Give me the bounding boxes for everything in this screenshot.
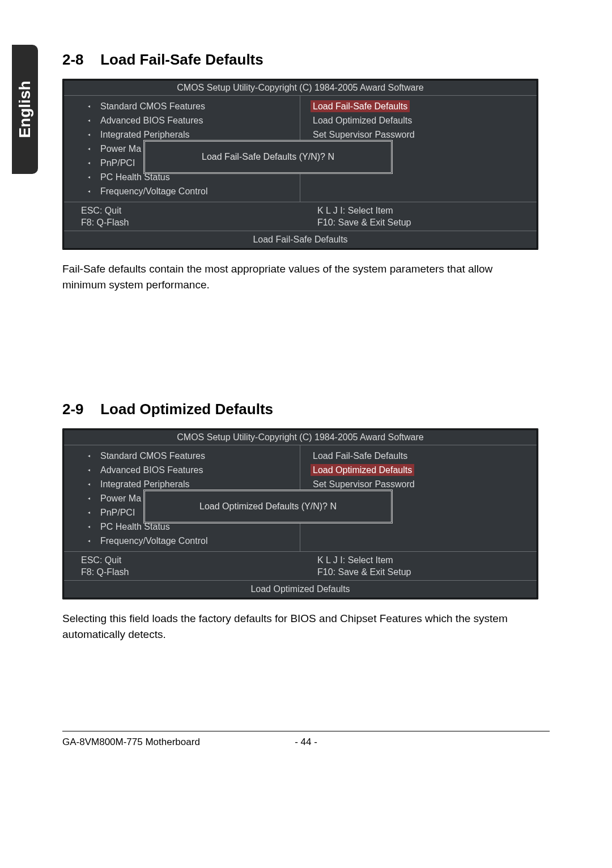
- bios-screenshot-29: CMOS Setup Utility-Copyright (C) 1984-20…: [62, 428, 538, 599]
- menu-marker-icon: ◂: [88, 185, 90, 197]
- menu-item[interactable]: Load Optimized Defaults: [300, 113, 537, 127]
- menu-item[interactable]: ◂Standard CMOS Features: [64, 449, 300, 463]
- menu-item[interactable]: ◂Advanced BIOS Features: [64, 463, 300, 477]
- key-hint-select: K L J I: Select Item: [317, 205, 537, 216]
- menu-marker-icon: ◂: [88, 171, 90, 183]
- section-number: 2-9: [62, 401, 96, 418]
- confirm-dialog-text: Load Optimized Defaults (Y/N)? N: [199, 501, 337, 512]
- footer-page-number: - 44 -: [289, 737, 323, 748]
- language-tab-label: English: [16, 80, 34, 138]
- key-hint-select: K L J I: Select Item: [317, 554, 537, 566]
- menu-marker-icon: ◂: [88, 521, 90, 533]
- menu-marker-icon: ◂: [88, 129, 90, 141]
- confirm-dialog[interactable]: Load Fail-Safe Defaults (Y/N)? N: [143, 140, 393, 174]
- bios-key-hints: ESC: Quit F8: Q-Flash K L J I: Select It…: [64, 202, 537, 231]
- menu-marker-icon: ◂: [88, 507, 90, 518]
- menu-item[interactable]: ◂Standard CMOS Features: [64, 99, 300, 113]
- menu-item[interactable]: ◂Frequency/Voltage Control: [64, 184, 300, 198]
- menu-marker-icon: ◂: [88, 157, 90, 169]
- menu-item[interactable]: ◂Frequency/Voltage Control: [64, 534, 300, 548]
- key-hint-esc: ESC: Quit: [81, 554, 300, 566]
- bios-footer: Load Optimized Defaults: [64, 581, 537, 598]
- menu-marker-icon: ◂: [88, 100, 90, 112]
- section-heading-29: 2-9 Load Optimized Defaults: [62, 401, 538, 418]
- menu-item[interactable]: Load Fail-Safe Defaults: [300, 449, 537, 463]
- menu-item[interactable]: Load Optimized Defaults: [300, 463, 537, 477]
- menu-marker-icon: ◂: [88, 478, 90, 490]
- footer-divider: [62, 731, 550, 731]
- menu-marker-icon: ◂: [88, 114, 90, 126]
- menu-marker-icon: ◂: [88, 143, 90, 155]
- confirm-dialog-text: Load Fail-Safe Defaults (Y/N)? N: [202, 152, 334, 162]
- bios-screenshot-28: CMOS Setup Utility-Copyright (C) 1984-20…: [62, 79, 538, 250]
- bios-key-hints: ESC: Quit F8: Q-Flash K L J I: Select It…: [64, 552, 537, 581]
- section-title: Load Fail-Safe Defaults: [100, 51, 264, 68]
- section-number: 2-8: [62, 51, 96, 69]
- key-hint-f8: F8: Q-Flash: [81, 216, 300, 228]
- menu-item[interactable]: Load Fail-Safe Defaults: [300, 99, 537, 113]
- language-tab: English: [12, 45, 38, 174]
- page-footer: GA-8VM800M-775 Motherboard - 44 -: [62, 737, 550, 748]
- bios-title: CMOS Setup Utility-Copyright (C) 1984-20…: [64, 430, 537, 445]
- bios-footer: Load Fail-Safe Defaults: [64, 231, 537, 248]
- section-title: Load Optimized Defaults: [100, 401, 273, 418]
- menu-marker-icon: ◂: [88, 492, 90, 504]
- bios-body: ◂Standard CMOS Features ◂Advanced BIOS F…: [64, 445, 537, 552]
- page-content: 2-8 Load Fail-Safe Defaults CMOS Setup U…: [62, 51, 538, 671]
- section-description: Selecting this field loads the factory d…: [62, 611, 538, 643]
- key-col-right: K L J I: Select Item F10: Save & Exit Se…: [300, 552, 537, 580]
- bios-body: ◂Standard CMOS Features ◂Advanced BIOS F…: [64, 96, 537, 202]
- section-description: Fail-Safe defaults contain the most appr…: [62, 261, 538, 293]
- footer-model: GA-8VM800M-775 Motherboard: [62, 737, 289, 748]
- menu-marker-icon: ◂: [88, 464, 90, 476]
- key-hint-f10: F10: Save & Exit Setup: [317, 566, 537, 578]
- key-hint-f8: F8: Q-Flash: [81, 566, 300, 578]
- section-heading-28: 2-8 Load Fail-Safe Defaults: [62, 51, 538, 69]
- key-hint-f10: F10: Save & Exit Setup: [317, 216, 537, 228]
- key-hint-esc: ESC: Quit: [81, 205, 300, 216]
- bios-title: CMOS Setup Utility-Copyright (C) 1984-20…: [64, 80, 537, 96]
- key-col-right: K L J I: Select Item F10: Save & Exit Se…: [300, 202, 537, 231]
- key-col-left: ESC: Quit F8: Q-Flash: [64, 552, 300, 580]
- menu-marker-icon: ◂: [88, 450, 90, 462]
- menu-marker-icon: ◂: [88, 535, 90, 547]
- menu-item[interactable]: ◂Advanced BIOS Features: [64, 113, 300, 127]
- confirm-dialog[interactable]: Load Optimized Defaults (Y/N)? N: [143, 490, 393, 524]
- key-col-left: ESC: Quit F8: Q-Flash: [64, 202, 300, 231]
